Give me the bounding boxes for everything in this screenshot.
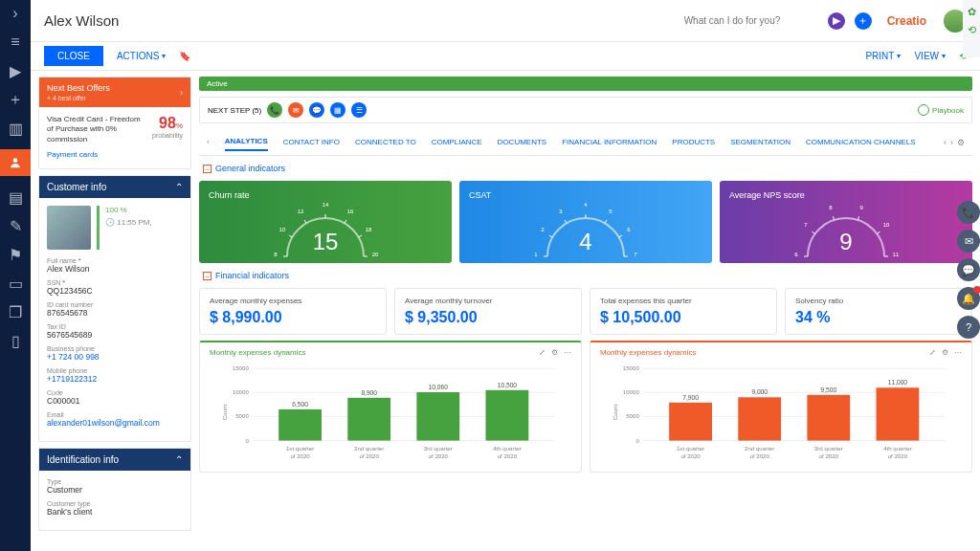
svg-text:14: 14 (323, 202, 329, 208)
add-icon[interactable]: ＋ (855, 12, 872, 30)
field-label: Type (47, 478, 183, 485)
chart-more-icon[interactable]: ⋯ (954, 348, 962, 357)
offer-link[interactable]: Payment cards (47, 150, 146, 160)
status-bar[interactable]: Active (199, 77, 972, 91)
field-value[interactable]: +1719122312 (47, 374, 183, 384)
chart-more-icon[interactable]: ⋯ (564, 348, 571, 357)
actions-menu[interactable]: ACTIONS▾ (117, 51, 166, 61)
float-phone-icon[interactable]: 📞 (957, 201, 980, 224)
customer-info-header[interactable]: Customer info⌃ (39, 176, 190, 198)
building-icon[interactable]: ▥ (8, 121, 23, 136)
kpi-title: Total expenses this quarter (600, 297, 767, 305)
collapse-icon[interactable]: – (203, 165, 212, 173)
chat-icon[interactable]: ❐ (8, 304, 23, 320)
gauge-churn-rate: Churn rate 8101214161820 15 (199, 181, 452, 263)
tab-compliance[interactable]: COMPLIANCE (432, 134, 482, 150)
svg-text:10,060: 10,060 (429, 384, 449, 390)
customer-photo (47, 206, 91, 250)
step-call-icon[interactable]: 📞 (267, 102, 282, 118)
svg-rect-50 (278, 409, 322, 441)
tab-prev-icon[interactable]: ‹ (944, 138, 947, 147)
next-step-label: NEXT STEP (5) (208, 106, 261, 115)
chart-gear-icon[interactable]: ⚙ (551, 348, 558, 357)
doc-icon[interactable]: ▯ (8, 333, 23, 348)
float-bell-icon[interactable]: 🔔 (957, 287, 980, 310)
svg-text:15000: 15000 (623, 364, 640, 371)
play-icon[interactable]: ▶ (8, 63, 23, 78)
chart-expand-icon[interactable]: ⤢ (929, 348, 936, 357)
chart-header: Monthly expenses dynamics ⤢⚙⋯ (210, 348, 571, 357)
identification-header[interactable]: Identification info⌃ (39, 449, 190, 471)
field-label: ID card number (47, 301, 183, 308)
customer-field: SSNQQ123456C (47, 279, 183, 296)
svg-line-32 (812, 231, 814, 233)
gauge-value: 9 (839, 229, 852, 255)
tab-products[interactable]: PRODUCTS (672, 134, 715, 150)
edit-icon[interactable]: ✎ (8, 218, 23, 233)
playbook-link[interactable]: Playbook (918, 104, 964, 116)
tab-connected-to[interactable]: CONNECTED TO (355, 134, 416, 150)
chart-title: Monthly expenses dynamics (600, 348, 697, 357)
tab-communication-channels[interactable]: COMMUNICATION CHANNELS (806, 134, 916, 150)
svg-text:5000: 5000 (626, 412, 639, 419)
svg-text:10000: 10000 (623, 388, 640, 395)
tab-documents[interactable]: DOCUMENTS (498, 134, 547, 150)
kpi-card: Total expenses this quarter$ 10,500.00 (590, 288, 777, 335)
tab-next-icon[interactable]: › (950, 138, 953, 147)
tab-analytics[interactable]: ANALYTICS (225, 133, 268, 151)
field-value: C000001 (47, 396, 183, 406)
svg-rect-75 (669, 403, 712, 441)
step-more-icon[interactable]: ☰ (351, 102, 367, 118)
offer-probability: 98% probability (152, 115, 183, 161)
menu-icon[interactable]: ≡ (8, 34, 23, 50)
clipboard-icon[interactable]: ▤ (8, 189, 23, 205)
offer-card: Next Best Offers+ 4 best offer › Visa Cr… (38, 77, 191, 169)
field-label: Tax ID (47, 323, 183, 330)
field-value[interactable]: +1 724 00 998 (47, 352, 183, 362)
gauge-value: 4 (579, 229, 591, 255)
kpi-title: Average monthly expenses (210, 297, 376, 305)
svg-text:2: 2 (541, 227, 545, 232)
svg-text:9: 9 (859, 205, 863, 210)
float-chat-icon[interactable]: 💬 (957, 258, 980, 281)
float-mail-icon[interactable]: ✉ (957, 230, 980, 253)
step-task-icon[interactable]: ▦ (330, 102, 345, 118)
step-mail-icon[interactable]: ✉ (288, 102, 303, 118)
gear-icon[interactable]: ✿ (968, 6, 976, 18)
print-menu[interactable]: PRINT▾ (865, 51, 901, 61)
view-menu[interactable]: VIEW▾ (914, 51, 946, 61)
chart-gear-icon[interactable]: ⚙ (942, 348, 948, 357)
svg-text:6: 6 (794, 252, 798, 257)
identification-field: TypeCustomer (47, 478, 183, 495)
offer-header[interactable]: Next Best Offers+ 4 best offer › (39, 77, 190, 107)
field-label: Business phone (47, 345, 183, 352)
plus-icon[interactable]: ＋ (8, 92, 23, 107)
customer-field: ID card number876545678 (47, 301, 183, 318)
sync-icon[interactable]: ⟲ (968, 24, 976, 36)
tab-contact-info[interactable]: CONTACT INFO (283, 134, 340, 150)
tag-icon[interactable]: 🔖 (179, 51, 190, 61)
chevron-icon[interactable]: › (8, 6, 23, 21)
person-icon[interactable] (0, 149, 31, 176)
chart-expand-icon[interactable]: ⤢ (539, 348, 546, 357)
svg-text:8,900: 8,900 (361, 389, 377, 396)
svg-text:1st quarter: 1st quarter (286, 445, 314, 452)
field-value[interactable]: alexander01wilson@gmail.com (47, 418, 183, 428)
tab-gear-icon[interactable]: ⚙ (957, 138, 965, 147)
book-icon[interactable]: ▭ (8, 276, 23, 291)
step-chat-icon[interactable]: 💬 (309, 102, 324, 118)
flag-icon[interactable]: ⚑ (8, 247, 23, 262)
float-help-icon[interactable]: ? (957, 316, 980, 339)
voice-icon[interactable]: ▶ (828, 12, 845, 30)
svg-text:5: 5 (609, 209, 612, 214)
gauge-csat: CSAT 1234567 4 (459, 181, 712, 263)
tab-segmentation[interactable]: SEGMENTATION (730, 134, 791, 150)
kpi-title: Solvency ratio (795, 297, 962, 305)
close-button[interactable]: CLOSE (44, 46, 103, 66)
svg-text:of 2020: of 2020 (290, 452, 310, 459)
tab-prev-main-icon[interactable]: ‹ (207, 138, 210, 146)
kpi-value: $ 9,350.00 (405, 309, 571, 326)
tab-financial-information[interactable]: FINANCIAL INFORMATION (562, 134, 657, 150)
collapse-icon[interactable]: – (203, 272, 212, 280)
search-input[interactable] (684, 15, 818, 26)
